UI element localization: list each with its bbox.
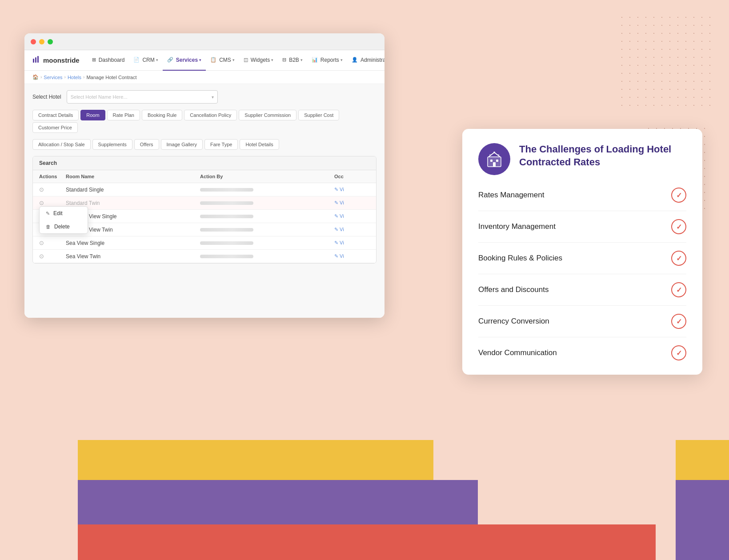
room-name-6: Sea View Twin <box>66 253 200 260</box>
breadcrumb: 🏠 › Services › Hotels › Manage Hotel Con… <box>24 71 385 84</box>
table-row: ⊙ Standard Twin ✎ Vi ✎ Edit 🗑 Delete <box>33 196 376 210</box>
checklist-item-0: Rates Management <box>478 188 686 203</box>
blurred-action-2 <box>200 201 253 205</box>
check-icon-4 <box>671 314 686 329</box>
col-occ: Occ <box>334 174 370 179</box>
app-content: Select Hotel Select Hotel Name Here... ▾… <box>24 84 385 318</box>
row-action-icon-6[interactable]: ⊙ <box>39 253 66 260</box>
checklist-label-1: Inventory Management <box>478 222 556 231</box>
logo-text: moonstride <box>43 56 80 64</box>
checklist-label-4: Currency Conversion <box>478 317 549 326</box>
info-card: The Challenges of Loading Hotel Contract… <box>462 129 702 375</box>
view-link-6[interactable]: ✎ Vi <box>334 253 370 259</box>
tab-supplier-commission[interactable]: Supplier Commission <box>239 110 296 120</box>
tab-contract-details[interactable]: Contract Details <box>32 110 79 120</box>
home-icon[interactable]: 🏠 <box>32 74 39 80</box>
tab-allocation[interactable]: Allocation / Stop Sale <box>32 139 91 150</box>
cms-chevron: ▾ <box>232 58 235 62</box>
view-link-1[interactable]: ✎ Vi <box>334 187 370 192</box>
blurred-action-3 <box>200 215 253 218</box>
tab-room[interactable]: Room <box>80 110 105 120</box>
tab-offers[interactable]: Offers <box>134 139 159 150</box>
svg-rect-9 <box>498 154 499 156</box>
trash-icon: 🗑 <box>46 224 51 229</box>
table-row: ⊙ Standard Single ✎ Vi <box>33 183 376 196</box>
check-icon-0 <box>671 188 686 203</box>
row-action-icon-1[interactable]: ⊙ <box>39 186 66 193</box>
browser-titlebar <box>24 33 385 50</box>
cms-icon: 📋 <box>210 57 216 63</box>
view-link-2[interactable]: ✎ Vi <box>334 200 370 206</box>
widgets-chevron: ▾ <box>271 58 273 62</box>
breadcrumb-hotels[interactable]: Hotels <box>68 75 81 80</box>
dashboard-icon: ⊞ <box>92 57 96 63</box>
view-link-3[interactable]: ✎ Vi <box>334 213 370 219</box>
tab-supplier-cost[interactable]: Supplier Cost <box>298 110 339 120</box>
breadcrumb-services[interactable]: Services <box>44 75 62 80</box>
checklist-label-5: Vendor Communication <box>478 348 557 357</box>
divider-5 <box>478 337 686 337</box>
col-actions: Actions <box>39 174 66 179</box>
table-row: ⊙ Sea View Twin ✎ Vi <box>33 250 376 263</box>
blurred-action-5 <box>200 241 253 245</box>
row-action-icon-2[interactable]: ⊙ <box>39 200 66 206</box>
crm-chevron: ▾ <box>156 58 158 62</box>
col-action-by: Action By <box>200 174 334 179</box>
svg-rect-0 <box>33 59 34 63</box>
tab-customer-price[interactable]: Customer Price <box>32 122 78 133</box>
color-block-purple-right <box>676 480 729 560</box>
nav-item-b2b[interactable]: ⊟ B2B ▾ <box>278 50 307 71</box>
table-row: ⊙ Sea View Single ✎ Vi <box>33 236 376 250</box>
services-chevron: ▾ <box>199 58 201 62</box>
context-menu-edit[interactable]: ✎ Edit <box>40 207 88 220</box>
nav-item-dashboard[interactable]: ⊞ Dashboard <box>88 50 129 71</box>
info-card-title: The Challenges of Loading Hotel Contract… <box>519 143 686 168</box>
tabs-row-2: Allocation / Stop Sale Supplements Offer… <box>32 139 377 150</box>
tab-hotel-details[interactable]: Hotel Details <box>240 139 279 150</box>
tabs-row-1: Contract Details Room Rate Plan Booking … <box>32 110 377 133</box>
context-menu-delete[interactable]: 🗑 Delete <box>40 220 88 233</box>
window-dot-green[interactable] <box>48 39 53 44</box>
select-hotel-dropdown[interactable]: Select Hotel Name Here... ▾ <box>67 90 218 104</box>
b2b-icon: ⊟ <box>282 57 286 63</box>
view-link-4[interactable]: ✎ Vi <box>334 227 370 232</box>
svg-rect-5 <box>496 160 498 162</box>
room-name-5: Sea View Single <box>66 240 200 246</box>
table-header: Actions Room Name Action By Occ <box>33 170 376 183</box>
checklist-item-1: Inventory Management <box>478 219 686 234</box>
checklist-item-5: Vendor Communication <box>478 345 686 360</box>
tab-booking-rule[interactable]: Booking Rule <box>142 110 182 120</box>
reports-icon: 📊 <box>312 57 318 63</box>
divider-2 <box>478 242 686 243</box>
nav-item-reports[interactable]: 📊 Reports ▾ <box>307 50 347 71</box>
tab-fare-type[interactable]: Fare Type <box>204 139 238 150</box>
divider-3 <box>478 274 686 274</box>
app-header: moonstride ⊞ Dashboard 📄 CRM ▾ 🔗 Service… <box>24 50 385 71</box>
services-icon: 🔗 <box>167 57 173 63</box>
tab-image-gallery[interactable]: Image Gallery <box>161 139 203 150</box>
nav-item-widgets[interactable]: ◫ Widgets ▾ <box>239 50 278 71</box>
check-icon-3 <box>671 282 686 297</box>
tab-cancellation-policy[interactable]: Cancellation Policy <box>184 110 237 120</box>
blurred-action-6 <box>200 255 253 258</box>
nav-item-cms[interactable]: 📋 CMS ▾ <box>206 50 239 71</box>
nav-item-administrator[interactable]: 👤 Administrator ▾ <box>347 50 385 71</box>
row-action-icon-5[interactable]: ⊙ <box>39 240 66 246</box>
logo-icon <box>32 55 40 65</box>
divider-4 <box>478 305 686 306</box>
col-room-name: Room Name <box>66 174 200 179</box>
svg-rect-1 <box>35 57 36 63</box>
tab-supplements[interactable]: Supplements <box>92 139 132 150</box>
blurred-action-1 <box>200 188 253 192</box>
nav-item-services[interactable]: 🔗 Services ▾ <box>163 50 206 71</box>
reports-chevron: ▾ <box>340 58 343 62</box>
blurred-action-4 <box>200 228 253 232</box>
window-dot-red[interactable] <box>31 39 36 44</box>
window-dot-yellow[interactable] <box>39 39 44 44</box>
color-block-red <box>78 524 656 560</box>
nav-item-crm[interactable]: 📄 CRM ▾ <box>129 50 162 71</box>
view-link-5[interactable]: ✎ Vi <box>334 240 370 246</box>
tab-rate-plan[interactable]: Rate Plan <box>107 110 140 120</box>
select-hotel-row: Select Hotel Select Hotel Name Here... ▾ <box>32 90 377 104</box>
b2b-chevron: ▾ <box>300 58 303 62</box>
